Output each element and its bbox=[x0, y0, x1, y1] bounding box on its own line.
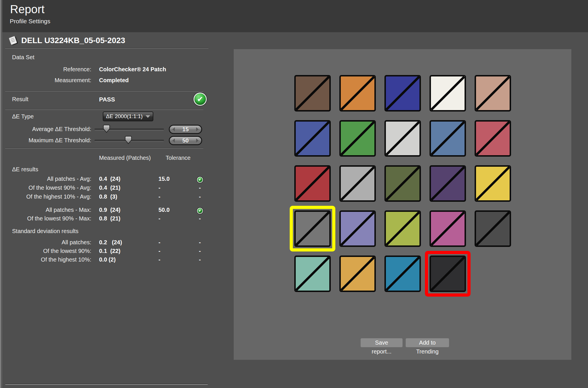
color-patch[interactable] bbox=[339, 256, 376, 292]
row-tolerance-value: 50.0 bbox=[158, 207, 170, 213]
diagonal-split-line bbox=[476, 212, 510, 245]
color-patch[interactable] bbox=[384, 75, 421, 112]
row-measured-value: 0.0 (2) bbox=[99, 256, 116, 263]
diagonal-split-line bbox=[386, 122, 419, 155]
row-measured-value: 0.8 (3) bbox=[99, 193, 117, 200]
row-status: ✔ bbox=[193, 207, 207, 214]
diagonal-split-line bbox=[386, 76, 419, 110]
diagonal-split-line bbox=[431, 76, 465, 110]
row-label: Of the highest 10% - Avg: bbox=[0, 193, 91, 200]
row-tolerance-value: - bbox=[158, 215, 160, 222]
row-tolerance-value: - bbox=[158, 239, 160, 246]
diagonal-split-line bbox=[476, 76, 510, 110]
diagonal-split-line bbox=[341, 76, 374, 110]
diagonal-split-line bbox=[431, 257, 465, 291]
diagonal-split-line bbox=[296, 76, 329, 110]
color-patch[interactable] bbox=[339, 165, 376, 202]
row-tolerance-value: - bbox=[158, 193, 160, 200]
color-patch[interactable] bbox=[384, 210, 421, 247]
row-measured-value: 0.8 (21) bbox=[99, 215, 120, 222]
add-to-trending-button[interactable]: Add to Trending bbox=[406, 338, 449, 347]
color-patch[interactable] bbox=[294, 120, 331, 157]
diagonal-split-line bbox=[296, 122, 329, 155]
result-row: Of the lowest 90%:0.1 (22)-- bbox=[0, 248, 212, 256]
row-status: - bbox=[193, 256, 207, 263]
diagonal-split-line bbox=[386, 212, 419, 245]
color-patch[interactable] bbox=[475, 75, 511, 112]
report-window: Report Profile Settings DELL U3224KB_05-… bbox=[0, 0, 588, 388]
color-patch[interactable] bbox=[475, 165, 511, 202]
color-patch[interactable] bbox=[430, 165, 466, 202]
row-measured-value: 0.2 (24) bbox=[99, 239, 122, 246]
row-tolerance-value: 15.0 bbox=[158, 176, 170, 182]
color-patch[interactable] bbox=[430, 120, 466, 157]
row-status: - bbox=[193, 185, 207, 191]
result-row: All patches - Avg:0.4 (24)15.0✔ bbox=[0, 176, 212, 184]
color-patch[interactable] bbox=[294, 165, 331, 202]
pass-check-icon: ✔ bbox=[197, 177, 203, 183]
pass-check-icon: ✔ bbox=[197, 208, 203, 214]
color-patch[interactable] bbox=[384, 165, 421, 202]
row-label: All patches - Max: bbox=[0, 207, 91, 213]
color-patch[interactable] bbox=[430, 210, 466, 247]
row-label: Of the lowest 90% - Max: bbox=[0, 215, 91, 222]
row-label: Of the lowest 90% - Avg: bbox=[0, 185, 91, 191]
diagonal-split-line bbox=[386, 257, 419, 291]
diagonal-split-line bbox=[476, 122, 510, 155]
row-measured-value: 0.1 (22) bbox=[99, 248, 120, 254]
result-row: Of the lowest 90% - Avg:0.4 (21)-- bbox=[0, 185, 212, 193]
color-patch[interactable] bbox=[430, 75, 466, 112]
color-patch[interactable] bbox=[475, 120, 511, 157]
color-patch[interactable] bbox=[294, 256, 331, 292]
row-tolerance-value: - bbox=[158, 256, 160, 263]
diagonal-split-line bbox=[296, 167, 329, 200]
diagonal-split-line bbox=[431, 167, 465, 200]
row-status: - bbox=[193, 193, 207, 200]
row-status: - bbox=[193, 239, 207, 246]
row-measured-value: 0.4 (24) bbox=[99, 176, 120, 182]
result-row: All patches:0.2 (24)-- bbox=[0, 239, 212, 247]
row-tolerance-value: - bbox=[158, 248, 160, 254]
diagonal-split-line bbox=[341, 257, 374, 291]
diagonal-split-line bbox=[341, 122, 374, 155]
row-label: Of the lowest 90%: bbox=[0, 248, 91, 254]
row-status: - bbox=[193, 248, 207, 254]
divider bbox=[5, 384, 208, 385]
row-measured-value: 0.9 (24) bbox=[99, 207, 120, 213]
results-table: ΔE resultsAll patches - Avg:0.4 (24)15.0… bbox=[0, 0, 212, 273]
result-row: All patches - Max:0.9 (24)50.0✔ bbox=[0, 207, 212, 215]
color-patch[interactable] bbox=[384, 120, 421, 157]
patch-grid-panel: Save report... Add to Trending bbox=[234, 49, 571, 360]
color-patch[interactable] bbox=[339, 120, 376, 157]
color-patch[interactable] bbox=[339, 210, 376, 247]
diagonal-split-line bbox=[296, 212, 329, 245]
diagonal-split-line bbox=[341, 212, 374, 245]
result-row: Of the highest 10% - Avg:0.8 (3)-- bbox=[0, 193, 212, 201]
diagonal-split-line bbox=[386, 167, 419, 200]
diagonal-split-line bbox=[296, 257, 329, 291]
row-label: All patches: bbox=[0, 239, 91, 246]
section-label: Standard deviation results bbox=[12, 228, 78, 235]
diagonal-split-line bbox=[476, 167, 510, 200]
section-label: ΔE results bbox=[12, 166, 38, 173]
diagonal-split-line bbox=[431, 212, 465, 245]
color-patch[interactable] bbox=[294, 75, 331, 112]
row-measured-value: 0.4 (21) bbox=[99, 185, 120, 191]
row-label: All patches - Avg: bbox=[0, 176, 91, 182]
result-row: Of the highest 10%:0.0 (2)-- bbox=[0, 256, 212, 264]
color-patch[interactable] bbox=[430, 256, 466, 292]
row-label: Of the highest 10%: bbox=[0, 256, 91, 263]
color-patch[interactable] bbox=[339, 75, 376, 112]
row-status: ✔ bbox=[193, 176, 207, 183]
color-patch[interactable] bbox=[475, 210, 511, 247]
row-tolerance-value: - bbox=[158, 185, 160, 191]
save-report-button[interactable]: Save report... bbox=[361, 338, 403, 347]
result-row: Of the lowest 90% - Max:0.8 (21)-- bbox=[0, 215, 212, 223]
diagonal-split-line bbox=[431, 122, 465, 155]
row-status: - bbox=[193, 215, 207, 222]
color-patch[interactable] bbox=[294, 210, 331, 247]
color-patch[interactable] bbox=[384, 256, 421, 292]
diagonal-split-line bbox=[341, 167, 374, 200]
